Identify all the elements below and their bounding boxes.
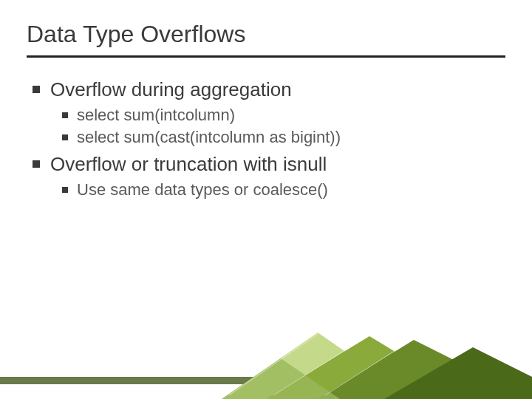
svg-marker-4 [384, 347, 532, 399]
svg-marker-1 [222, 332, 414, 399]
bullet-level2: Use same data types or coalesce() [62, 180, 505, 200]
bullet-level2: select sum(cast(intcolumn as bigint)) [62, 128, 505, 147]
bullet-text: select sum(cast(intcolumn as bigint)) [77, 128, 341, 147]
bullet-text: Use same data types or coalesce() [77, 180, 328, 200]
svg-marker-2 [266, 336, 473, 399]
bullet-text: Overflow or truncation with isnull [50, 153, 327, 176]
slide: Data Type Overflows Overflow during aggr… [0, 0, 532, 399]
svg-line-8 [325, 336, 417, 395]
bullet-level1: Overflow or truncation with isnull [33, 153, 505, 176]
bullet-text: Overflow during aggregation [50, 78, 292, 101]
svg-marker-3 [318, 340, 532, 399]
svg-line-7 [273, 332, 373, 395]
bullet-level2: select sum(intcolumn) [62, 106, 505, 125]
bullet-level1: Overflow during aggregation [33, 78, 505, 101]
slide-title: Data Type Overflows [27, 21, 505, 58]
square-bullet-icon [62, 187, 68, 193]
square-bullet-icon [33, 160, 40, 168]
footer-decorative-graphic [0, 332, 532, 399]
square-bullet-icon [62, 134, 68, 140]
svg-marker-5 [222, 358, 340, 399]
bullet-text: select sum(intcolumn) [77, 106, 235, 125]
svg-rect-0 [0, 377, 532, 384]
square-bullet-icon [33, 86, 40, 93]
svg-line-6 [229, 332, 325, 395]
square-bullet-icon [62, 112, 68, 118]
